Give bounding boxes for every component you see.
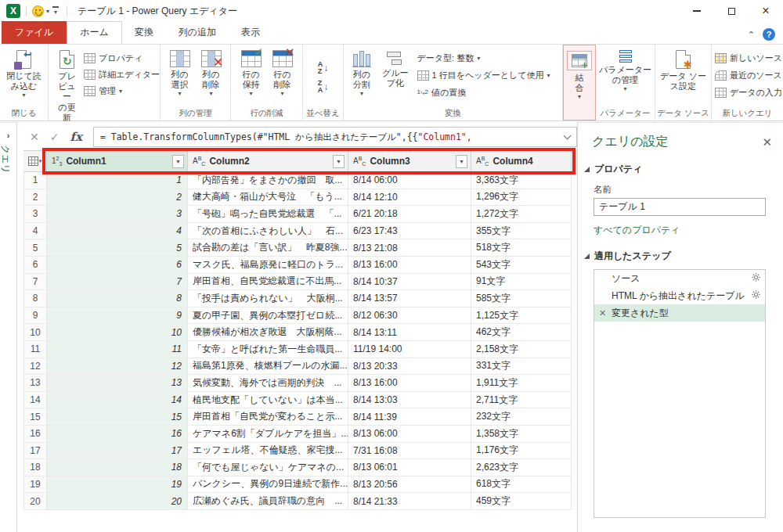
column1-cell[interactable]: 9: [47, 307, 188, 325]
row-number-cell[interactable]: 1: [23, 172, 47, 189]
keep-rows-button[interactable]: ✓ 行の 保持▾: [239, 49, 264, 99]
column4-cell[interactable]: 355文字: [471, 223, 572, 240]
column4-cell[interactable]: 1,358文字: [471, 426, 572, 443]
row-number-cell[interactable]: 10: [23, 324, 47, 341]
column1-cell[interactable]: 13: [47, 375, 188, 392]
row-number-cell[interactable]: 16: [23, 426, 47, 443]
advanced-editor-button[interactable]: 詳細エディター: [84, 67, 160, 81]
column3-cell[interactable]: 8/14 06:00: [348, 172, 471, 189]
column2-cell[interactable]: 気候変動、海外では画期的判決 ...: [188, 375, 348, 392]
column1-cell[interactable]: 8: [47, 290, 188, 307]
formula-accept-icon[interactable]: ✓: [50, 131, 60, 143]
table-corner-button[interactable]: ▾: [23, 150, 47, 172]
step-settings-gear-icon[interactable]: [752, 273, 760, 284]
tab-file[interactable]: ファイル: [2, 21, 67, 44]
tab-view[interactable]: 表示: [229, 22, 272, 44]
group-by-button[interactable]: グルー プ化: [380, 49, 411, 90]
column1-cell[interactable]: 14: [47, 392, 188, 409]
column3-cell[interactable]: 8/14 13:11: [348, 324, 471, 341]
feedback-smiley-icon[interactable]: [32, 5, 44, 17]
column1-cell[interactable]: 3: [47, 206, 188, 223]
row-number-cell[interactable]: 20: [23, 493, 47, 510]
row-number-cell[interactable]: 11: [23, 341, 47, 358]
tab-transform[interactable]: 変換: [122, 22, 166, 44]
column3-cell[interactable]: 8/13 16:00: [348, 375, 471, 392]
column2-cell[interactable]: 「投手は責められない」 大阪桐...: [188, 290, 348, 307]
remove-columns-button[interactable]: ✕ 列の 削除▾: [199, 49, 224, 99]
row-number-cell[interactable]: 19: [23, 476, 47, 494]
remove-rows-button[interactable]: ✕ 行の 削除▾: [270, 49, 295, 99]
row-number-cell[interactable]: 7: [23, 274, 47, 291]
row-number-cell[interactable]: 5: [23, 239, 47, 257]
close-button[interactable]: ×: [749, 0, 783, 22]
column-filter-dropdown[interactable]: ▼: [333, 155, 345, 168]
applied-steps-section-header[interactable]: 適用したステップ: [578, 237, 783, 263]
new-source-button[interactable]: 新しいソース▾: [715, 51, 783, 65]
column3-cell[interactable]: 8/13 16:00: [348, 257, 471, 274]
column4-cell[interactable]: 1,272文字: [471, 206, 572, 223]
column4-cell[interactable]: 1,296文字: [471, 189, 572, 207]
column1-cell[interactable]: 20: [47, 493, 188, 510]
data-type-button[interactable]: データ型: 整数▾: [417, 51, 550, 65]
column3-cell[interactable]: 8/14 13:03: [348, 392, 471, 409]
column3-cell[interactable]: 8/13 20:56: [348, 476, 471, 494]
formula-cancel-icon[interactable]: ✕: [30, 131, 39, 143]
column3-cell[interactable]: 11/19 14:00: [348, 341, 471, 358]
column1-cell[interactable]: 16: [47, 426, 188, 443]
row-number-cell[interactable]: 6: [23, 257, 47, 274]
column4-cell[interactable]: 91文字: [471, 274, 572, 291]
row-number-cell[interactable]: 2: [23, 189, 47, 207]
row-number-cell[interactable]: 14: [23, 392, 47, 409]
expand-queries-icon[interactable]: ›: [0, 131, 16, 140]
delete-step-icon[interactable]: ✕: [599, 308, 606, 318]
column3-cell[interactable]: 8/14 11:39: [348, 408, 471, 426]
column4-cell[interactable]: 459文字: [471, 493, 572, 510]
row-number-cell[interactable]: 3: [23, 206, 47, 223]
sort-descending-button[interactable]: ZA↓: [318, 80, 329, 94]
row-number-cell[interactable]: 8: [23, 290, 47, 307]
column4-cell[interactable]: 543文字: [471, 257, 572, 274]
column1-cell[interactable]: 5: [47, 239, 188, 257]
column4-cell[interactable]: 518文字: [471, 239, 572, 257]
column1-cell[interactable]: 2: [47, 189, 188, 207]
row-number-cell[interactable]: 13: [23, 375, 47, 392]
column4-cell[interactable]: 2,711文字: [471, 392, 572, 409]
combine-button[interactable]: ＋ 結 合▾: [565, 49, 594, 102]
column3-cell[interactable]: 6/21 20:18: [348, 206, 471, 223]
all-properties-link[interactable]: すべてのプロパティ: [578, 216, 783, 237]
column-header-Column1[interactable]: 123Column1▼: [47, 150, 188, 172]
column3-cell[interactable]: 8/13 21:08: [348, 239, 471, 257]
column2-cell[interactable]: 試合勘の差は「言い訳」 昨夏8強...: [188, 239, 348, 257]
column1-cell[interactable]: 10: [47, 324, 188, 341]
column1-cell[interactable]: 15: [47, 408, 188, 426]
panel-close-icon[interactable]: ✕: [762, 135, 772, 149]
column4-cell[interactable]: 1,176文字: [471, 443, 572, 460]
column3-cell[interactable]: 8/14 21:33: [348, 493, 471, 510]
column-filter-dropdown[interactable]: ▼: [456, 155, 467, 168]
column1-cell[interactable]: 6: [47, 257, 188, 274]
formula-fx-icon[interactable]: fx: [70, 130, 81, 144]
column2-cell[interactable]: 岸田首相、自民党総裁選に不出馬...: [188, 274, 348, 291]
column1-cell[interactable]: 19: [47, 476, 188, 494]
row-number-cell[interactable]: 15: [23, 408, 47, 426]
column3-cell[interactable]: 8/13 20:33: [348, 358, 471, 376]
column2-cell[interactable]: 優勝候補が相次ぎ敗退 大阪桐蔭...: [188, 324, 348, 341]
query-name-input[interactable]: テーブル 1: [594, 198, 766, 216]
column4-cell[interactable]: 331文字: [471, 358, 572, 376]
properties-button[interactable]: プロパティ: [84, 51, 160, 65]
queries-pane-collapsed[interactable]: › クエリ: [0, 122, 17, 532]
column-header-Column3[interactable]: ABCColumn3▼: [348, 150, 471, 172]
tab-home[interactable]: ホーム: [67, 21, 122, 45]
collapse-ribbon-icon[interactable]: ⌃: [748, 30, 755, 40]
step-extracted-table-from-html[interactable]: HTML から抽出されたテーブル: [594, 287, 765, 304]
column1-cell[interactable]: 7: [47, 274, 188, 291]
split-column-button[interactable]: 列の 分割▾: [350, 49, 373, 99]
column3-cell[interactable]: 6/23 17:43: [348, 223, 471, 240]
close-and-load-button[interactable]: ↩ 閉じて読 み込む▾: [4, 49, 44, 100]
minimize-button[interactable]: [680, 0, 714, 22]
column2-cell[interactable]: エッフェル塔、不倫疑惑、家宅捜...: [188, 443, 348, 460]
column3-cell[interactable]: 8/14 12:10: [348, 189, 471, 207]
column3-cell[interactable]: 8/14 13:57: [348, 290, 471, 307]
enter-data-button[interactable]: データの入力: [715, 85, 783, 99]
step-changed-type[interactable]: ✕ 変更された型: [594, 304, 765, 322]
